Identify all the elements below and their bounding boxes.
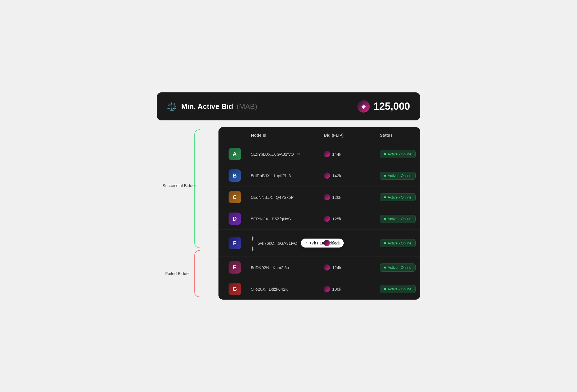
mab-right: ◈ 125,000 xyxy=(357,100,410,113)
node-letter: F xyxy=(229,237,241,249)
bid-cell: 126k xyxy=(324,194,380,200)
status-text: Active - Online xyxy=(388,241,411,245)
bid-cell: 125k xyxy=(324,216,380,222)
node-id-text: 5dDK02N...Kcm2j6o xyxy=(251,265,289,270)
table-row: A 5ExYpBJX...6GA31fvO ⧉ 144k Active - On… xyxy=(218,143,420,165)
copy-icon[interactable]: ⧉ xyxy=(297,152,300,157)
mab-title-group: Min. Active Bid (MAB) xyxy=(181,102,257,111)
bid-cell: 100k xyxy=(324,286,380,292)
flip-badge-icon xyxy=(324,240,330,246)
status-cell: Active - Online xyxy=(380,172,420,180)
status-text: Active - Online xyxy=(388,287,411,291)
status-cell: Active - Online xyxy=(380,150,420,158)
arrow-up-icon: ↑ xyxy=(251,234,254,242)
flip-badge-icon xyxy=(324,264,330,270)
node-letter: D xyxy=(229,213,241,225)
bid-value: 100k xyxy=(332,287,341,291)
bid-value: 144k xyxy=(332,152,341,157)
status-badge: Active - Online xyxy=(380,172,416,180)
node-letter: E xyxy=(229,261,241,274)
node-avatar-b: B xyxy=(229,169,251,182)
status-dot xyxy=(384,153,386,155)
flip-logo-icon: ◈ xyxy=(357,100,370,113)
mab-value: 125,000 xyxy=(374,101,410,112)
success-bracket-svg xyxy=(193,127,202,300)
status-dot xyxy=(384,175,386,177)
col-header-nodeid: Node Id xyxy=(251,133,324,137)
node-id-cell: 5EP9cJX...B5ZfgNxS xyxy=(251,216,324,221)
failed-bracket-svg xyxy=(193,248,202,300)
flip-badge-icon xyxy=(324,151,330,157)
status-cell: Active - Online xyxy=(380,215,420,223)
outer-wrapper: Successful Bidder Failed Bidder Node Id … xyxy=(218,127,420,300)
node-id-text: 5vk76kO...6GA31fvO xyxy=(258,241,297,246)
flip-badge-icon xyxy=(324,216,330,222)
bid-value: 126k xyxy=(332,195,341,200)
node-letter: G xyxy=(229,283,241,295)
table-body: A 5ExYpBJX...6GA31fvO ⧉ 144k Active - On… xyxy=(218,143,420,300)
node-id-text: 5dIPpBJX...1upffPhi3 xyxy=(251,173,291,178)
status-badge: Active - Online xyxy=(380,285,416,293)
bid-cell: 142k xyxy=(324,172,380,179)
mab-left: ⚖️ Min. Active Bid (MAB) xyxy=(167,102,257,111)
swap-arrow: ↑ ↓ xyxy=(251,234,254,252)
status-text: Active - Online xyxy=(388,195,411,199)
flip-badge-icon xyxy=(324,172,330,179)
node-id-cell: ↑ ↓ 5vk76kO...6GA31fvO ↑ +7k FLIP Added xyxy=(251,234,324,252)
status-cell: Active - Online xyxy=(380,285,420,293)
node-avatar-d: D xyxy=(229,213,251,225)
node-avatar-e: E xyxy=(229,261,251,274)
mab-title: Min. Active Bid xyxy=(181,102,233,111)
successful-bidder-label: Successful Bidder xyxy=(162,183,196,188)
bid-cell: 125k xyxy=(324,240,380,246)
bid-value: 142k xyxy=(332,173,341,178)
col-header-bid: Bid (FLIP) xyxy=(324,133,380,137)
side-bracket-container: Successful Bidder Failed Bidder xyxy=(162,127,218,300)
bid-value: 125k xyxy=(332,241,341,246)
node-letter: A xyxy=(229,148,241,160)
status-dot xyxy=(384,242,386,244)
status-badge: Active - Online xyxy=(380,263,416,272)
status-dot xyxy=(384,267,386,269)
node-id-cell: 5ExYpBJX...6GA31fvO ⧉ xyxy=(251,152,324,157)
node-id-text: 5EP9cJX...B5ZfgNxS xyxy=(251,216,291,221)
status-cell: Active - Online xyxy=(380,193,420,201)
node-avatar-a: A xyxy=(229,148,251,160)
status-text: Active - Online xyxy=(388,217,411,221)
table-row: D 5EP9cJX...B5ZfgNxS 125k Active - Onlin… xyxy=(218,208,420,230)
table-row: C 5EdNNBJX...Q4Y2xoP 126k Active - Onlin… xyxy=(218,186,420,208)
node-letter: C xyxy=(229,191,241,203)
arrow-up-icon: ↑ xyxy=(306,241,308,245)
bid-cell: 144k xyxy=(324,151,380,157)
node-avatar-g: G xyxy=(229,283,251,295)
mab-card: ⚖️ Min. Active Bid (MAB) ◈ 125,000 xyxy=(157,92,420,120)
table-header: Node Id Bid (FLIP) Status Reward xyxy=(218,127,420,143)
status-text: Active - Online xyxy=(388,174,411,178)
node-id-cell: 5EdNNBJX...Q4Y2xoP xyxy=(251,195,324,200)
status-cell: Active - Online xyxy=(380,239,420,247)
node-id-text: 5Ilo20X...Ddzk642K xyxy=(251,287,288,291)
flip-badge-icon xyxy=(324,286,330,292)
arrow-down-icon: ↓ xyxy=(251,244,254,252)
node-id-text: 5EdNNBJX...Q4Y2xoP xyxy=(251,195,294,200)
status-dot xyxy=(384,196,386,198)
node-id-cell: 5Ilo20X...Ddzk642K xyxy=(251,287,324,291)
status-badge: Active - Online xyxy=(380,193,416,201)
bid-cell: 124k xyxy=(324,264,380,270)
node-avatar-c: C xyxy=(229,191,251,203)
main-container: ⚖️ Min. Active Bid (MAB) ◈ 125,000 Succe… xyxy=(157,92,420,300)
node-id-cell: 5dIPpBJX...1upffPhi3 xyxy=(251,173,324,178)
status-dot xyxy=(384,288,386,290)
col-header-avatar xyxy=(229,133,251,137)
status-cell: Active - Online xyxy=(380,263,420,272)
status-badge: Active - Online xyxy=(380,150,416,158)
failed-bidder-label: Failed Bidder xyxy=(165,271,190,276)
status-text: Active - Online xyxy=(388,152,411,156)
mab-subtitle: (MAB) xyxy=(237,102,257,111)
table-row: F ↑ ↓ 5vk76kO...6GA31fvO ↑ +7k FLIP Adde… xyxy=(218,230,420,257)
table-card: Node Id Bid (FLIP) Status Reward A 5ExYp… xyxy=(218,127,420,300)
table-row: E 5dDK02N...Kcm2j6o 124k Active - Online xyxy=(218,257,420,278)
status-text: Active - Online xyxy=(388,265,411,270)
status-dot xyxy=(384,218,386,220)
flip-badge-icon xyxy=(324,194,330,200)
